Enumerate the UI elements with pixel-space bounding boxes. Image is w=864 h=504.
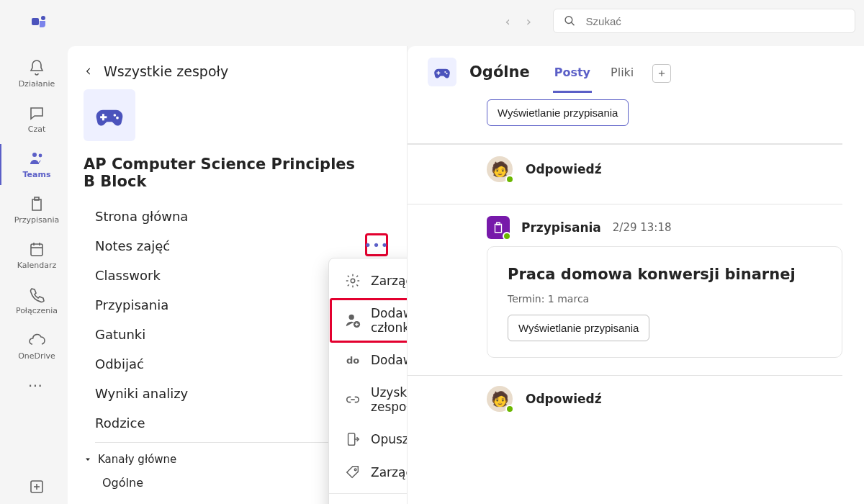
presence-available-icon [503,232,511,240]
gamepad-icon [94,99,125,131]
post-app-title: Przypisania [521,220,601,235]
rail-calls-label: Połączenia [16,306,58,315]
ctx-delete-team[interactable]: Usuwanie zespołu [329,498,408,504]
post: Przypisania 2/29 13:18 Praca domowa konw… [408,204,842,358]
onedrive-icon [28,331,45,348]
rail-activity-label: Działanie [19,79,55,89]
tab-posts[interactable]: Posty [553,66,592,93]
svg-point-1 [41,16,45,20]
svg-point-18 [351,279,355,283]
team-title-row: AP Computer Science Principles B Block [68,145,407,194]
team-panel: Wszystkie zespoły AP Computer Science Pr… [68,46,408,504]
rail-apps[interactable] [0,469,72,504]
gamepad-icon [433,63,451,81]
rail-teams-label: Teams [23,170,51,179]
reply-label: Odpowiedź [526,392,602,406]
rail-assignments[interactable]: Przypisania [0,189,72,230]
svg-line-3 [571,22,574,25]
ctx-leave-team-label: Opuszczanie zespołu [371,432,408,446]
tag-icon [345,464,361,480]
assignments-icon [28,195,45,212]
team-link-notebook[interactable]: Notes zajęć [95,231,407,261]
ctx-divider [329,493,408,494]
rail-calls[interactable]: Połączenia [0,280,72,321]
teams-icon [28,150,45,167]
reply-row[interactable]: 🧑 Odpowiedź [408,143,842,182]
ctx-leave-team[interactable]: Opuszczanie zespołu [329,423,408,456]
add-tab-button[interactable] [652,64,671,83]
nav-back-button[interactable]: ‹ [505,14,510,29]
svg-point-2 [565,17,572,24]
ellipsis-icon: ••• [364,238,390,253]
svg-point-27 [444,71,446,73]
teams-logo-icon [30,12,48,30]
rail-calendar[interactable]: Kalendarz [0,235,72,276]
team-link-home[interactable]: Strona główna [95,202,407,231]
ctx-get-link[interactable]: Uzyskiwanie linku do zespołu [329,377,408,423]
post-timestamp: 2/29 13:18 [613,221,672,234]
channel-avatar [428,58,456,86]
svg-rect-6 [31,244,42,256]
rail-activity[interactable]: Działanie [0,53,72,94]
apps-icon [28,478,45,495]
assignment-due: Termin: 1 marca [508,293,822,305]
svg-point-13 [114,114,117,117]
ctx-get-link-label: Uzyskiwanie linku do zespołu [371,385,408,414]
tab-files[interactable]: Pliki [609,66,635,93]
add-channel-icon: do [345,352,361,368]
view-assignment-button[interactable]: Wyświetlanie przypisania [508,315,649,341]
ctx-add-channel-label: Dodawanie kanału [371,353,408,367]
ctx-manage-tags-label: Zarządzaj tagami [371,465,408,480]
svg-point-4 [32,153,37,157]
rail-teams[interactable]: Teams [0,144,72,185]
reply-label: Odpowiedź [526,162,602,176]
svg-point-28 [446,73,447,74]
svg-rect-16 [100,116,107,118]
link-icon [345,392,361,408]
rail-onedrive-label: OneDrive [18,351,55,361]
search-box[interactable] [553,9,855,33]
svg-rect-30 [436,73,440,74]
svg-point-5 [39,154,42,158]
back-all-teams-label: Wszystkie zespoły [104,63,228,79]
rail-onedrive[interactable]: OneDrive [0,325,72,366]
search-input[interactable] [586,15,845,27]
assignment-card: Praca domowa konwersji binarnej Termin: … [487,246,842,358]
presence-available-icon [505,405,514,412]
ctx-manage-tags[interactable]: Zarządzaj tagami [329,456,408,489]
team-avatar [84,89,135,141]
ctx-manage-team[interactable]: Zarządzanie zespołem [329,264,408,297]
svg-point-14 [116,117,119,120]
rail-calendar-label: Kalendarz [17,261,57,270]
assignments-app-icon [487,216,510,239]
calendar-icon [28,240,45,258]
svg-rect-23 [348,433,355,446]
team-context-menu: Zarządzanie zespołem Dodawanie elementu … [328,258,408,504]
chevron-left-icon [84,66,94,76]
rail-more[interactable]: ⋯ [0,371,72,400]
ctx-add-member[interactable]: Dodawanie elementu członkowskiego [329,297,408,343]
activity-icon [28,59,45,76]
user-avatar: 🧑 [487,386,513,412]
reply-row[interactable]: 🧑 Odpowiedź [408,375,842,412]
plus-icon [657,68,667,78]
back-all-teams[interactable]: Wszystkie zespoły [68,63,407,85]
view-assignment-button[interactable]: Wyświetlanie przypisania [487,99,629,126]
nav-forward-button[interactable]: › [526,14,531,29]
presence-available-icon [505,175,514,184]
ctx-add-channel[interactable]: do Dodawanie kanału [329,343,408,377]
more-apps-icon: ⋯ [28,377,45,394]
add-person-icon [345,312,361,328]
svg-marker-17 [86,459,90,462]
ctx-add-member-label: Dodawanie elementu członkowskiego [371,306,408,335]
team-title-text: AP Computer Science Principles B Block [84,156,364,190]
calls-icon [28,286,45,303]
rail-chat[interactable]: Czat [0,99,72,140]
assignment-title: Praca domowa konwersji binarnej [508,266,822,283]
team-more-button[interactable]: ••• [365,233,388,256]
chat-icon [28,104,45,122]
channel-title: Ogólne [469,63,530,81]
search-icon [564,14,576,27]
rail-chat-label: Czat [28,125,46,134]
svg-point-24 [354,469,356,471]
